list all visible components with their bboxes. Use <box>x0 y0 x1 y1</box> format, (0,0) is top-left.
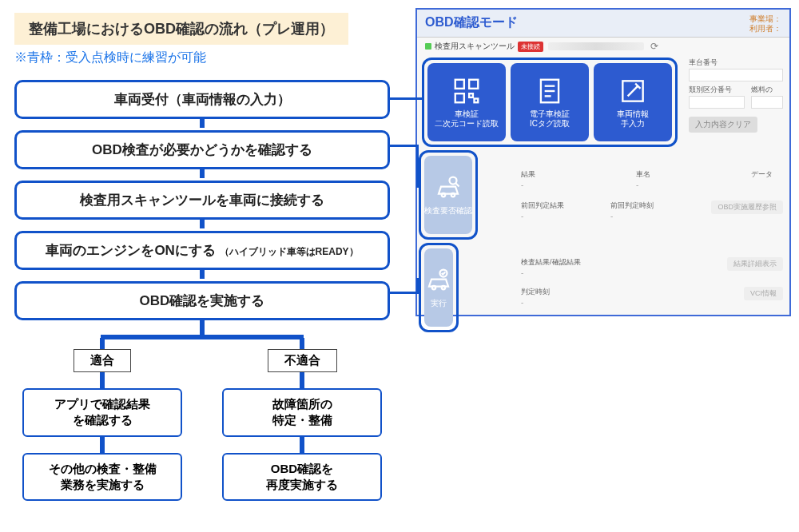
connector <box>200 167 205 178</box>
connector <box>100 437 105 453</box>
card-title: 車両情報 <box>617 109 649 118</box>
connector <box>300 437 304 453</box>
svg-rect-1 <box>469 79 478 88</box>
fail-step-2: OBD確認を 再度実施する <box>222 453 382 502</box>
branch-pass: 適合 アプリで確認結果 を確認する その他の検査・整備 業務を実施する <box>14 338 190 501</box>
card-run[interactable]: 実行 <box>424 248 453 327</box>
card-subtitle: 二次元コード読取 <box>435 119 499 128</box>
svg-point-15 <box>442 286 446 290</box>
check-result-fields: 結果- 車名- データ 前回判定結果- 前回判定時刻- OBD実施履歴参照 <box>521 169 783 224</box>
scan-tool-label: 検査用スキャンツール <box>435 41 515 52</box>
svg-rect-4 <box>475 98 479 102</box>
pass-step-2: その他の検査・整備 業務を実施する <box>22 453 182 502</box>
connector <box>200 117 205 128</box>
branch-split: 適合 アプリで確認結果 を確認する その他の検査・整備 業務を実施する 不適合 … <box>14 338 390 501</box>
svg-point-11 <box>451 193 455 197</box>
card-title: 検査要否確認 <box>424 205 472 216</box>
edit-icon <box>618 76 648 106</box>
connector <box>100 372 105 388</box>
vci-info-button[interactable]: VCI情報 <box>744 287 783 300</box>
fail-step-1: 故障箇所の 特定・整備 <box>222 388 382 437</box>
connector-line <box>390 145 419 147</box>
connector <box>200 318 205 335</box>
card-title: 車検証 <box>455 109 479 118</box>
card-subtitle: ICタグ読取 <box>530 119 570 128</box>
field-label: 車名 <box>636 169 745 180</box>
connector <box>100 338 105 349</box>
qr-icon <box>451 76 482 106</box>
svg-point-10 <box>442 193 446 197</box>
scan-tool-status: 検査用スキャンツール 未接続 ⟳ <box>417 38 789 55</box>
connector <box>200 268 205 279</box>
branch-label-pass: 適合 <box>74 349 131 372</box>
step-sublabel: （ハイブリッド車等はREADY） <box>220 246 359 257</box>
obd-history-button[interactable]: OBD実施履歴参照 <box>711 200 783 214</box>
check-card-highlight: 検査要否確認 <box>419 150 478 240</box>
pass-step-1: アプリで確認結果 を確認する <box>22 388 182 437</box>
run-card-highlight: 実行 <box>419 243 459 332</box>
fuel-input[interactable] <box>751 96 783 109</box>
step-engine-on: 車両のエンジンをONにする （ハイブリッド車等はREADY） <box>14 231 390 270</box>
field-value: - <box>610 210 613 222</box>
diagram-title: 整備工場におけるOBD確認の流れ（プレ運用） <box>14 13 348 45</box>
field-label: 車台番号 <box>689 58 783 68</box>
field-label: 検査結果/確認結果 <box>521 257 697 268</box>
branch-label-fail: 不適合 <box>268 349 337 372</box>
step-connect-tool: 検査用スキャンツールを車両に接続する <box>14 181 390 220</box>
field-label: 判定時刻 <box>521 287 697 297</box>
chassis-input[interactable] <box>689 69 783 81</box>
app-title: OBD確認モード <box>425 14 518 34</box>
class-input[interactable] <box>689 96 745 109</box>
field-label: データ <box>751 169 783 180</box>
field-label: 結果 <box>521 169 630 180</box>
step-label: 車両のエンジンをONにする <box>46 243 216 258</box>
status-badge: 未接続 <box>518 42 543 52</box>
app-header: OBD確認モード 事業場： 利用者： <box>417 10 789 38</box>
show-result-button[interactable]: 結果詳細表示 <box>727 257 783 271</box>
blurred-text <box>548 42 644 50</box>
car-search-icon <box>434 173 463 202</box>
flowchart: 車両受付（車両情報の入力） OBD検査が必要かどうかを確認する 検査用スキャンツ… <box>14 80 390 501</box>
svg-rect-2 <box>455 93 464 102</box>
final-result-fields: 検査結果/確認結果- 結果詳細表示 判定時刻- VCI情報 <box>521 257 783 310</box>
field-label: 前回判定結果 <box>521 200 604 211</box>
refresh-icon[interactable]: ⟳ <box>650 41 658 52</box>
field-value: - <box>521 267 523 279</box>
card-check-required[interactable]: 検査要否確認 <box>424 156 472 234</box>
field-value: - <box>636 179 638 191</box>
vehicle-info-cards-group: 車検証二次元コード読取 電子車検証ICタグ読取 車両情報手入力 <box>422 58 678 147</box>
card-title: 実行 <box>431 298 447 309</box>
field-label: 前回判定時刻 <box>610 200 694 211</box>
connector <box>300 372 304 388</box>
step-check-need: OBD検査が必要かどうかを確認する <box>14 130 390 169</box>
field-label: 類別区分番号 <box>689 85 745 95</box>
diagram-note: ※青枠：受入点検時に練習が可能 <box>14 50 206 66</box>
status-dot-icon <box>425 43 431 50</box>
step-vehicle-reception: 車両受付（車両情報の入力） <box>14 80 390 119</box>
connector-line <box>390 292 419 294</box>
app-user-labels: 事業場： 利用者： <box>749 14 781 34</box>
svg-rect-0 <box>455 79 464 88</box>
clear-input-button[interactable]: 入力内容クリア <box>689 117 757 133</box>
field-label: 燃料の <box>751 85 783 95</box>
svg-point-14 <box>432 286 436 290</box>
vehicle-fields: 車台番号 類別区分番号 燃料の 入力内容クリア <box>689 58 783 133</box>
connector <box>300 338 304 349</box>
user-label: 利用者： <box>749 24 781 33</box>
card-qr-read[interactable]: 車検証二次元コード読取 <box>427 63 506 141</box>
field-value: - <box>521 179 523 191</box>
document-icon <box>535 76 565 106</box>
step-run-obd: OBD確認を実施する <box>14 281 390 320</box>
obd-app-screenshot: OBD確認モード 事業場： 利用者： 検査用スキャンツール 未接続 ⟳ 車検証二… <box>415 8 791 316</box>
connector <box>200 217 205 228</box>
card-ic-read[interactable]: 電子車検証ICタグ読取 <box>511 63 589 141</box>
field-value: - <box>521 296 523 308</box>
card-manual-input[interactable]: 車両情報手入力 <box>594 63 672 141</box>
card-subtitle: 手入力 <box>621 119 645 128</box>
connector-line <box>390 97 422 100</box>
office-label: 事業場： <box>749 14 781 23</box>
svg-rect-3 <box>469 93 473 97</box>
branch-fail: 不適合 故障箇所の 特定・整備 OBD確認を 再度実施する <box>214 338 390 501</box>
field-value: - <box>521 210 523 222</box>
card-title: 電子車検証 <box>530 109 570 118</box>
